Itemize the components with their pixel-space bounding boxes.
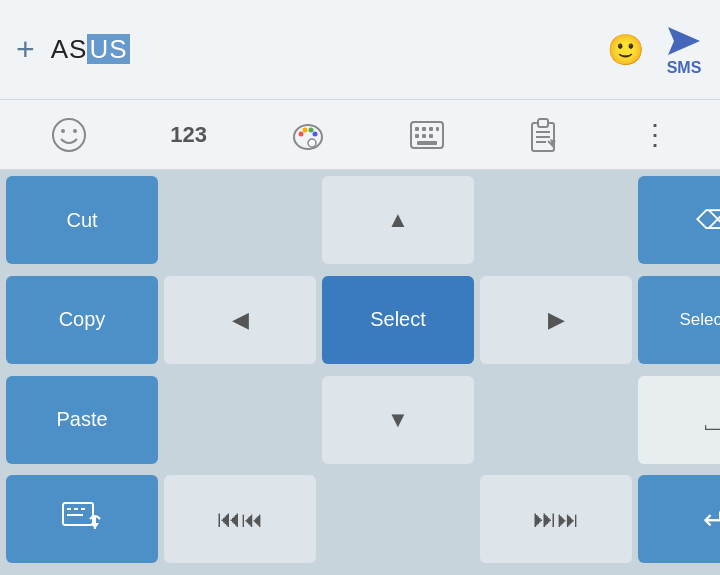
arrow-right-button[interactable] (480, 276, 632, 364)
keyboard-restore-button[interactable] (6, 475, 158, 563)
svg-point-3 (73, 129, 77, 133)
toolbar-palette[interactable] (278, 109, 338, 161)
clipboard-icon (528, 117, 558, 153)
cut-button[interactable]: Cut (6, 176, 158, 264)
svg-marker-0 (668, 27, 700, 55)
svg-point-1 (53, 119, 85, 151)
backspace-icon (696, 205, 721, 236)
backspace-button[interactable] (638, 176, 720, 264)
toolbar-more[interactable]: ⋮ (629, 113, 681, 157)
end-icon: ⏭ (533, 505, 579, 533)
empty-cell-5 (322, 475, 474, 563)
svg-rect-11 (415, 127, 419, 131)
svg-rect-15 (415, 134, 419, 138)
arrow-up-icon (387, 207, 409, 233)
keyboard-row-3: Paste (6, 376, 720, 470)
send-icon (664, 23, 704, 59)
top-bar: + ASUS 🙂 SMS (0, 0, 720, 100)
svg-point-8 (312, 131, 317, 136)
toolbar-clipboard[interactable] (516, 109, 570, 161)
svg-point-9 (308, 139, 316, 147)
empty-cell-3 (164, 376, 316, 464)
palette-icon (290, 117, 326, 153)
svg-point-6 (302, 127, 307, 132)
empty-cell-2 (480, 176, 632, 264)
toolbar-emoji[interactable] (39, 109, 99, 161)
copy-button[interactable]: Copy (6, 276, 158, 364)
keyboard-restore-icon (61, 501, 103, 537)
arrow-down-button[interactable] (322, 376, 474, 464)
keyboard-row-2: Copy Select Select all (6, 276, 720, 370)
more-icon: ⋮ (641, 121, 669, 149)
sms-label: SMS (667, 59, 702, 77)
keyboard-area: Cut Copy Select Select all Paste (0, 170, 720, 575)
svg-point-2 (61, 129, 65, 133)
arrow-down-icon (387, 407, 409, 433)
arrow-up-button[interactable] (322, 176, 474, 264)
select-button[interactable]: Select (322, 276, 474, 364)
numbers-label: 123 (170, 122, 207, 148)
toolbar: 123 (0, 100, 720, 170)
keyboard-row-1: Cut (6, 176, 720, 270)
toolbar-keyboard[interactable] (397, 112, 457, 158)
space-icon (705, 403, 720, 437)
svg-rect-16 (422, 134, 426, 138)
svg-rect-14 (436, 127, 439, 131)
sms-send-button[interactable]: SMS (664, 23, 704, 77)
svg-point-5 (298, 131, 303, 136)
arrow-left-button[interactable] (164, 276, 316, 364)
space-button[interactable] (638, 376, 720, 464)
empty-cell-4 (480, 376, 632, 464)
toolbar-numbers[interactable]: 123 (158, 114, 219, 156)
svg-rect-18 (417, 141, 437, 145)
arrow-left-icon (232, 307, 249, 333)
svg-rect-13 (429, 127, 433, 131)
add-button[interactable]: + (16, 31, 35, 68)
enter-button[interactable] (638, 475, 720, 563)
arrow-right-icon (548, 307, 565, 333)
select-all-button[interactable]: Select all (638, 276, 720, 364)
emoji-icon (51, 117, 87, 153)
keyboard-icon (409, 120, 445, 150)
paste-button[interactable]: Paste (6, 376, 158, 464)
svg-rect-17 (429, 134, 433, 138)
text-input-display: ASUS (51, 34, 607, 65)
svg-point-7 (308, 127, 313, 132)
home-icon: ⏮ (217, 505, 263, 533)
home-button[interactable]: ⏮ (164, 475, 316, 563)
end-button[interactable]: ⏭ (480, 475, 632, 563)
svg-rect-12 (422, 127, 426, 131)
text-selected: US (87, 34, 129, 64)
keyboard-row-4: ⏮ ⏭ (6, 475, 720, 569)
empty-cell-1 (164, 176, 316, 264)
svg-rect-20 (538, 119, 548, 127)
emoji-button[interactable]: 🙂 (607, 32, 644, 67)
enter-icon (703, 503, 721, 536)
text-before: AS (51, 34, 88, 64)
